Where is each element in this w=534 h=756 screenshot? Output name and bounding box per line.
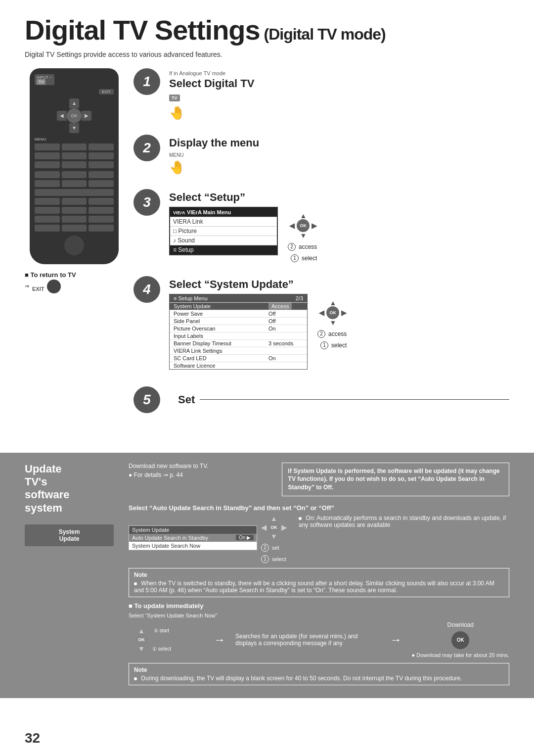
bullet-note2	[134, 677, 137, 680]
note-box-2: Note During downloading, the TV will dis…	[129, 663, 509, 685]
note-box-1: Note When the TV is switched to standby,…	[129, 568, 509, 597]
select-label-4: select	[331, 342, 347, 349]
remote-big-circle	[64, 236, 84, 255]
step-3-circle: 3	[134, 189, 160, 216]
steps-column: 1 If in Analogue TV mode Select Digital …	[134, 68, 509, 423]
standby-section: Select “Auto Update Search in Standby” a…	[129, 504, 509, 563]
step-1: 1 If in Analogue TV mode Select Digital …	[134, 68, 509, 121]
circle-1: 1	[291, 254, 299, 262]
download-label: Download	[447, 621, 474, 628]
step-5-title: Set	[178, 393, 195, 406]
step-1-circle: 1	[134, 68, 160, 95]
setup-menu-header: ≡ Setup Menu 2/3	[170, 294, 307, 302]
sys-update-row-auto: Auto Update Search in Standby On ▶	[129, 534, 257, 542]
nav-right-s: ▶	[281, 523, 287, 531]
access-label-row: 2 access	[288, 243, 317, 251]
dpad-down: ▼	[69, 123, 79, 133]
ok-button-remote: OK	[67, 108, 82, 123]
return-tv-label: ■ To return to TV	[25, 271, 76, 279]
exit-label: EXIT	[32, 286, 44, 292]
remote-bottom-area	[35, 236, 114, 255]
select-label-u: ① select	[152, 646, 171, 652]
step-3-content: Select “Setup” VIErA VIErA Main Menu VIE…	[169, 189, 509, 262]
select-label: select	[302, 255, 317, 262]
ok-center-4: OK	[326, 306, 339, 319]
step-2: 2 Display the menu MENU 🤚	[134, 135, 509, 175]
step-3-inner: VIErA VIErA Main Menu VIERA Link □ Pictu…	[169, 207, 509, 262]
return-to-tv: ■ To return to TV ⇒ EXIT	[25, 271, 124, 293]
bullet-note1	[134, 582, 137, 585]
system-update-label: SystemUpdate	[31, 528, 108, 542]
page-number: 32	[25, 730, 40, 746]
note-text-2: During downloading, the TV will display …	[134, 675, 504, 682]
setup-row-banner: Banner Display Timeout 3 seconds	[170, 339, 307, 347]
update-immediately-sub: Select “System Update Search Now”	[129, 613, 509, 618]
setup-row-input-labels: Input Labels	[170, 332, 307, 339]
info-box: If System Update is performed, the softw…	[282, 463, 509, 496]
sys-update-menu-header: System Update	[129, 526, 257, 534]
circle-1s: 1	[261, 555, 269, 563]
select-label-row-s: 1 select	[261, 555, 286, 563]
nav-left-s: ◀	[261, 523, 267, 531]
remote-body: INPUT→TV EXIT ▲ ▼ ◀ ▶ OK MENU	[30, 68, 119, 264]
exit-button-remote: EXIT	[99, 89, 114, 94]
step-1-content: If in Analogue TV mode Select Digital TV…	[169, 68, 509, 121]
menu-label: MENU	[169, 152, 509, 158]
setup-row-side-panel: Side Panel Off	[170, 317, 307, 325]
download-area: Download OK ● Download may take for abou…	[412, 621, 509, 658]
step-4-inner: ≡ Setup Menu 2/3 System Update Access Po…	[169, 294, 509, 373]
nav-down-4: ▼	[329, 319, 336, 327]
download-note: ● Download may take for about 20 mins.	[412, 652, 509, 658]
setup-row-power-save: Power Save Off	[170, 310, 307, 317]
sys-update-menu: System Update Auto Update Search in Stan…	[129, 525, 257, 550]
viera-menu: VIErA VIErA Main Menu VIERA Link □ Pictu…	[169, 207, 278, 255]
exit-circle	[47, 280, 61, 293]
ok-nav-step3: ▲ ▼ ◀ ▶ OK	[289, 212, 317, 239]
nav-up: ▲	[300, 212, 307, 220]
step-4-circle: 4	[134, 276, 160, 303]
step-4-content: Select “System Update” ≡ Setup Menu 2/3 …	[169, 276, 509, 373]
access-label: access	[299, 243, 317, 250]
viera-menu-header: VIErA VIErA Main Menu	[170, 208, 277, 217]
on-info: On: Automatically performs a search in s…	[294, 515, 509, 528]
viera-menu-item-link: VIERA Link	[170, 217, 277, 226]
update-immediately-title: ■ To update immediately	[129, 602, 509, 610]
viera-menu-item-setup: ≡ Setup	[170, 245, 277, 254]
note-title-2: Note	[134, 666, 504, 673]
select-label-row-4: 1 select	[320, 341, 347, 349]
ok-center: OK	[297, 219, 310, 232]
step-1-title: Select Digital TV	[169, 77, 509, 90]
step-2-content: Display the menu MENU 🤚	[169, 135, 509, 175]
step-1-note: If in Analogue TV mode	[169, 70, 509, 76]
arrow-right: →	[214, 633, 225, 647]
step-3: 3 Select “Setup” VIErA VIErA Main Menu V…	[134, 189, 509, 262]
dpad-up: ▲	[69, 98, 79, 108]
set-label: set	[272, 545, 279, 551]
step-5-line	[200, 399, 509, 400]
step-2-title: Display the menu	[169, 137, 509, 149]
dpad-right: ▶	[82, 111, 91, 121]
nav-right: ▶	[312, 222, 317, 230]
button-grid-2	[35, 171, 114, 232]
circle-2b: 2	[317, 330, 325, 338]
start-label: ② start	[154, 628, 169, 633]
setup-row-system-update: System Update Access	[170, 302, 307, 310]
dpad-left: ◀	[57, 111, 67, 121]
search-info: Searches for an update (for several mins…	[235, 633, 380, 647]
download-info-row: Download new software to TV. ● For detai…	[129, 463, 509, 496]
select-label-row: 1 select	[291, 254, 317, 262]
step-4-nav: ▲ ▼ ◀ ▶ OK 2 access 1	[317, 294, 347, 349]
input-button: INPUT→TV	[35, 74, 54, 85]
exit-row: ⇒ EXIT	[25, 280, 124, 293]
step-3-nav: ▲ ▼ ◀ ▶ OK 2 access 1	[288, 207, 317, 262]
ok-download: OK	[451, 631, 469, 649]
set-label-row: 2 set	[261, 544, 279, 552]
bullet-on	[299, 517, 302, 520]
select-label-s: select	[272, 556, 286, 562]
standby-menu-area: System Update Auto Update Search in Stan…	[129, 515, 287, 563]
standby-nav: ▲ ▼ ◀ ▶ OK 2 set 1	[261, 515, 287, 563]
step-5-circle: 5	[134, 386, 160, 413]
step-5: 5 Set	[134, 386, 509, 413]
system-update-box: SystemUpdate	[25, 524, 114, 546]
nav-left: ◀	[289, 222, 295, 230]
